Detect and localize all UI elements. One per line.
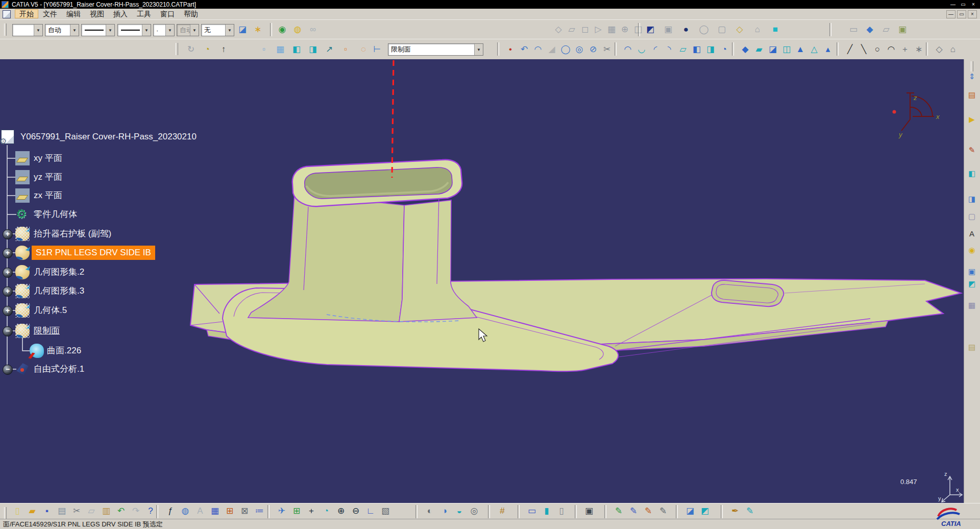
copy-icon[interactable]: ▱	[85, 505, 97, 517]
fit-all-icon[interactable]: ⊞	[290, 505, 303, 517]
snap-node-icon[interactable]: ▫	[258, 43, 270, 56]
text-gray-icon[interactable]: A	[194, 505, 206, 517]
formula-icon[interactable]: ƒ	[164, 505, 177, 517]
dock-surface-icon[interactable]: ◧	[966, 167, 978, 180]
surface-quad2-icon[interactable]: ◝	[663, 43, 675, 56]
shape-tri2-icon[interactable]: △	[808, 43, 820, 56]
plus-tool-icon[interactable]: +	[899, 43, 911, 56]
undo-curve-icon[interactable]: ↶	[518, 43, 530, 56]
zoom-out-icon[interactable]: ⊖	[350, 505, 362, 517]
camera-icon[interactable]: ▣	[583, 505, 595, 517]
stretch-view-icon[interactable]: ↗	[323, 43, 335, 56]
undo-icon[interactable]: ↶	[115, 505, 127, 517]
line-weight-combo[interactable]: ▼	[117, 24, 151, 36]
ruler-icon[interactable]: ▭	[526, 505, 538, 517]
shading-icon[interactable]: ◐	[424, 505, 436, 517]
trihedron-icon[interactable]: ⌂	[751, 23, 764, 36]
sketch-pen-icon[interactable]: ✒	[729, 505, 741, 517]
collapse-icon[interactable]: −	[3, 365, 13, 375]
chevron-down-icon[interactable]: ▼	[70, 25, 79, 36]
print-icon[interactable]: ▤	[56, 505, 68, 517]
surface-blend-icon[interactable]: ◠	[622, 43, 634, 56]
dock-box-icon[interactable]: ▢	[966, 210, 978, 223]
expand-icon[interactable]: +	[3, 306, 13, 316]
fly-mode-icon[interactable]: ✈	[276, 505, 288, 517]
named-style-combo[interactable]: 自动▼	[45, 24, 79, 36]
grid-icon[interactable]: ▦	[274, 43, 286, 56]
part-raiser-cover[interactable]	[190, 160, 961, 372]
paint-blue-icon[interactable]: ◪	[684, 505, 696, 517]
cube-icon[interactable]: ▢	[716, 23, 728, 36]
expand-icon[interactable]: +	[3, 268, 13, 278]
dock-pencil-icon[interactable]: ✎	[966, 144, 978, 156]
design-table-icon[interactable]: ▦	[209, 505, 221, 517]
chevron-down-icon[interactable]: ▼	[34, 25, 42, 36]
measure-icon[interactable]: #	[496, 505, 508, 517]
update-icon[interactable]: ↻	[185, 43, 197, 56]
dock-abc-icon[interactable]: A	[966, 228, 978, 240]
lighting-icon[interactable]: ▱	[880, 23, 892, 36]
pen-blue-icon[interactable]: ✎	[627, 505, 640, 517]
surface-sweep-icon[interactable]: ◡	[635, 43, 648, 56]
menu-2[interactable]: 文件	[38, 9, 62, 18]
dock-grip[interactable]	[971, 61, 973, 71]
chevron-down-icon[interactable]: ▼	[142, 25, 151, 36]
node-orange-icon[interactable]: ▫	[339, 43, 352, 56]
dock-mesh-icon[interactable]: ▦	[966, 299, 978, 311]
auto-combo[interactable]: 自动▼	[177, 24, 199, 36]
dock-volume-icon[interactable]: ▣	[966, 266, 978, 278]
paint-wizard-icon[interactable]: ∗	[252, 23, 264, 36]
point-style-combo[interactable]: ·▼	[153, 24, 175, 36]
dock-doc-icon[interactable]: ▤	[966, 341, 978, 353]
split-icon[interactable]: ✂	[601, 43, 613, 56]
tower-front-right-face[interactable]	[399, 200, 477, 322]
viewport-3d[interactable]: z x y z x y 0.847 Y0657991_Raiser Cover-…	[0, 59, 980, 503]
tree-label[interactable]: 几何图形集.2	[34, 265, 84, 279]
circle-tool-icon[interactable]: ○	[871, 43, 884, 56]
wireframe-box-icon[interactable]: ◇	[552, 23, 565, 36]
axis-up-icon[interactable]: ↑	[217, 43, 230, 56]
menu-3[interactable]: 编辑	[62, 9, 85, 18]
part-box-icon[interactable]: ◩	[644, 23, 656, 36]
menu-5[interactable]: 插入	[109, 9, 132, 18]
concentric-icon[interactable]: ◎	[573, 43, 585, 56]
tree-branch-icon[interactable]: ⊢	[371, 43, 383, 56]
point-icon[interactable]: •	[504, 43, 517, 56]
help-pointer-icon[interactable]: ?	[144, 505, 157, 517]
magnifier-icon[interactable]: ◎	[468, 505, 480, 517]
menu-8[interactable]: 帮助	[179, 9, 203, 18]
tree-label[interactable]: S1R PNL LEGS DRV SIDE IB	[32, 246, 155, 260]
shape-corner2-icon[interactable]: ◫	[780, 43, 793, 56]
structure-icon[interactable]: ⊞	[224, 505, 236, 517]
rotate-icon[interactable]: ◔	[320, 505, 332, 517]
dock-plm-icon[interactable]: ▤	[966, 89, 978, 101]
chevron-down-icon[interactable]: ▼	[190, 25, 199, 36]
sphere-icon[interactable]: ●	[680, 23, 692, 36]
battery-icon[interactable]: ▯	[555, 505, 568, 517]
dock-select-arrow-icon[interactable]: ▶	[966, 113, 978, 126]
dock-teal-icon[interactable]: ◩	[966, 278, 978, 290]
minimize-button[interactable]: —	[948, 1, 958, 8]
shape-tri-icon[interactable]: ▲	[794, 43, 806, 56]
open-box-icon[interactable]: ◇	[733, 23, 746, 36]
insert-node-icon[interactable]: ◌	[357, 43, 370, 56]
redo-icon[interactable]: ↷	[130, 505, 142, 517]
work-support-icon[interactable]: ◧	[290, 43, 303, 56]
chevron-down-icon[interactable]: ▼	[165, 25, 174, 36]
line2-tool-icon[interactable]: ╲	[857, 43, 870, 56]
lock-icon[interactable]: ⊠	[238, 505, 251, 517]
tree-label[interactable]: 零件几何体	[34, 207, 77, 222]
pen-green-icon[interactable]: ✎	[612, 505, 625, 517]
line-tool-icon[interactable]: ╱	[844, 43, 856, 56]
wedge-icon[interactable]: ▷	[592, 23, 604, 36]
extra-house-icon[interactable]: ⌂	[947, 43, 959, 56]
swap-space-icon[interactable]: ◒	[453, 505, 465, 517]
doc-close-button[interactable]: ×	[968, 10, 977, 18]
paint-teal-icon[interactable]: ◩	[699, 505, 711, 517]
expand-icon[interactable]: +	[3, 229, 13, 239]
annotation-icon[interactable]: ◍	[179, 505, 191, 517]
axis-target-icon[interactable]: ⊕	[619, 23, 631, 36]
tree-label[interactable]: zx 平面	[34, 188, 62, 203]
extra-diamond-icon[interactable]: ◇	[933, 43, 945, 56]
tree-label[interactable]: 抬升器右护板 (副驾)	[34, 227, 111, 241]
